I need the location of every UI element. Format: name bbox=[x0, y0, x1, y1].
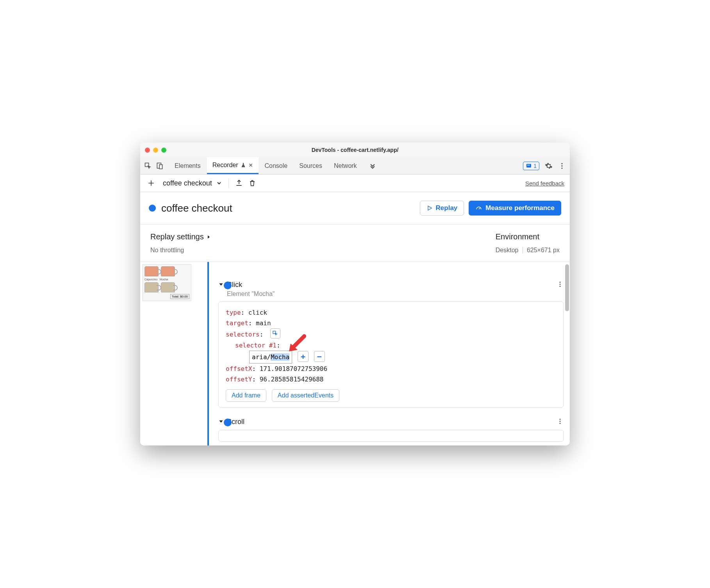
step-details: type: click target: main selectors: sele… bbox=[218, 301, 564, 408]
devtools-tabbar: Elements Recorder Console Sources Networ… bbox=[140, 157, 570, 175]
svg-point-13 bbox=[560, 421, 561, 422]
gauge-icon bbox=[475, 205, 482, 212]
minimize-window-button[interactable] bbox=[153, 148, 158, 153]
svg-point-8 bbox=[560, 282, 561, 283]
recorder-toolbar: coffee checkout Send feedback bbox=[140, 175, 570, 192]
issues-count: 1 bbox=[533, 163, 537, 169]
recording-name: coffee checkout bbox=[163, 179, 212, 187]
step-click: Click Element "Mocha" type: click target… bbox=[218, 281, 564, 408]
delete-icon[interactable] bbox=[248, 179, 256, 187]
selector-input[interactable]: aria/Mocha bbox=[249, 351, 292, 363]
environment-heading: Environment bbox=[496, 232, 560, 241]
throttling-value: No throttling bbox=[150, 247, 211, 254]
device-toggle-icon[interactable] bbox=[156, 162, 164, 170]
environment-value: Desktop 625×671 px bbox=[496, 247, 560, 254]
step-thumbnail: CapuccinoMocha Total: $0.00 bbox=[140, 262, 199, 445]
timeline-node[interactable] bbox=[224, 282, 232, 289]
tab-sources[interactable]: Sources bbox=[294, 157, 328, 174]
chevron-right-icon bbox=[206, 235, 211, 239]
zoom-window-button[interactable] bbox=[161, 148, 166, 153]
new-recording-button[interactable] bbox=[146, 178, 157, 189]
toolbar-left-icons bbox=[144, 162, 164, 170]
scrollbar-thumb[interactable] bbox=[565, 264, 569, 311]
svg-point-14 bbox=[560, 423, 561, 424]
settings-gear-icon[interactable] bbox=[545, 162, 553, 170]
traffic-lights bbox=[145, 148, 166, 153]
recording-header: coffee checkout Replay Measure performan… bbox=[140, 192, 570, 225]
flask-icon bbox=[241, 162, 246, 168]
issues-icon bbox=[526, 163, 532, 169]
replay-settings-heading[interactable]: Replay settings bbox=[150, 232, 211, 241]
svg-point-7 bbox=[561, 167, 562, 169]
close-tab-icon[interactable] bbox=[248, 163, 253, 167]
svg-point-6 bbox=[561, 165, 562, 166]
add-asserted-events-button[interactable]: Add assertedEvents bbox=[272, 389, 339, 402]
expand-step-icon[interactable] bbox=[218, 282, 224, 287]
svg-point-5 bbox=[561, 163, 562, 164]
export-icon[interactable] bbox=[235, 179, 243, 187]
window-title: DevTools - coffee-cart.netlify.app/ bbox=[140, 147, 570, 153]
timeline-rail bbox=[207, 262, 209, 445]
kebab-menu-icon[interactable] bbox=[558, 162, 566, 170]
svg-point-9 bbox=[560, 284, 561, 285]
tab-console[interactable]: Console bbox=[259, 157, 293, 174]
add-selector-button[interactable]: + bbox=[298, 351, 309, 362]
step-menu-icon[interactable] bbox=[557, 281, 564, 290]
svg-rect-2 bbox=[159, 164, 162, 169]
svg-rect-4 bbox=[527, 165, 530, 165]
chevron-down-icon bbox=[216, 180, 222, 186]
play-icon bbox=[426, 205, 433, 211]
issues-badge[interactable]: 1 bbox=[523, 162, 539, 170]
step-scroll: Scroll bbox=[218, 418, 564, 442]
recording-title: coffee checkout bbox=[161, 202, 232, 214]
svg-point-10 bbox=[560, 286, 561, 287]
step-track[interactable]: Click Element "Mocha" type: click target… bbox=[199, 262, 570, 445]
svg-point-12 bbox=[560, 419, 561, 420]
replay-button[interactable]: Replay bbox=[420, 201, 464, 216]
inspect-element-icon[interactable] bbox=[144, 162, 152, 170]
svg-rect-3 bbox=[526, 164, 531, 167]
step-subtitle: Element "Mocha" bbox=[227, 290, 564, 298]
macos-titlebar: DevTools - coffee-cart.netlify.app/ bbox=[140, 143, 570, 157]
panel-tabs: Elements Recorder Console Sources Networ… bbox=[169, 157, 382, 174]
close-window-button[interactable] bbox=[145, 148, 150, 153]
recording-dropdown[interactable]: coffee checkout bbox=[161, 178, 229, 188]
step-details bbox=[218, 430, 564, 442]
add-frame-button[interactable]: Add frame bbox=[226, 389, 266, 402]
send-feedback-link[interactable]: Send feedback bbox=[525, 180, 564, 187]
element-picker-button[interactable] bbox=[270, 328, 280, 339]
tab-recorder[interactable]: Recorder bbox=[207, 157, 259, 174]
devtools-window: DevTools - coffee-cart.netlify.app/ Elem… bbox=[140, 143, 570, 445]
tab-elements[interactable]: Elements bbox=[169, 157, 206, 174]
timeline-area: CapuccinoMocha Total: $0.00 Click Elemen… bbox=[140, 262, 570, 445]
recording-indicator-icon bbox=[149, 205, 156, 212]
measure-performance-button[interactable]: Measure performance bbox=[469, 201, 561, 216]
thumbnail-preview: CapuccinoMocha Total: $0.00 bbox=[143, 264, 191, 301]
expand-step-icon[interactable] bbox=[218, 419, 224, 424]
remove-selector-button[interactable]: − bbox=[314, 351, 325, 362]
step-menu-icon[interactable] bbox=[557, 418, 564, 427]
tab-overflow-button[interactable] bbox=[363, 157, 382, 174]
tab-network[interactable]: Network bbox=[328, 157, 362, 174]
settings-row: Replay settings No throttling Environmen… bbox=[140, 225, 570, 262]
thumb-total-badge: Total: $0.00 bbox=[170, 294, 189, 299]
